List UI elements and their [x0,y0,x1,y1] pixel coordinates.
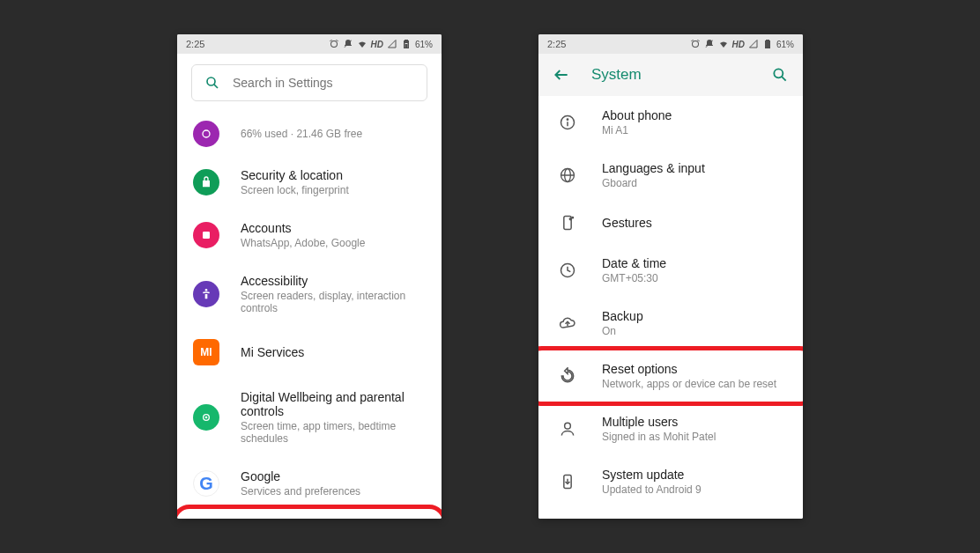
item-subtitle: Signed in as Mohit Patel [602,431,716,443]
svg-line-2 [214,85,218,88]
item-subtitle: WhatsApp, Adobe, Google [241,237,365,249]
item-title: Security & location [241,168,349,182]
item-title: Gestures [602,216,652,230]
item-subtitle: GMT+05:30 [602,272,666,284]
item-subtitle: Screen readers, display, interaction con… [241,290,426,314]
system-item-system-update[interactable]: System update Updated to Android 9 [538,455,803,508]
lock-icon [193,169,219,195]
app-bar: System [538,54,803,96]
settings-item-mi-services[interactable]: MI Mi Services [177,327,442,378]
item-subtitle: On [602,325,643,337]
svg-point-22 [569,218,571,220]
status-bar: 2:25 HD 61% [538,34,803,54]
signal-icon [748,39,759,49]
settings-item-wellbeing[interactable]: Digital Wellbeing and parental controls … [177,378,442,457]
clock-text: 2:25 [186,39,204,49]
status-icons: HD 61% [329,39,433,49]
svg-point-23 [572,218,573,218]
item-title: Digital Wellbeing and parental controls [241,390,426,418]
cloud-backup-icon [554,314,581,332]
globe-icon [554,166,581,184]
item-subtitle: Screen lock, fingerprint [241,184,349,196]
phone-settings-system: 2:25 HD 61% System About phone Mi A1 [538,34,803,519]
item-subtitle: Gboard [602,177,705,189]
settings-item-storage[interactable]: 66% used · 21.46 GB free [177,112,442,156]
settings-item-google[interactable]: G Google Services and preferences [177,457,442,510]
alarm-icon [329,39,339,49]
system-item-languages[interactable]: Languages & input Gboard [538,149,803,202]
storage-icon [193,121,219,147]
search-input[interactable] [233,76,414,90]
svg-point-3 [203,130,210,137]
svg-rect-4 [203,232,210,239]
svg-point-25 [565,423,571,429]
svg-point-1 [207,77,215,85]
item-subtitle: 66% used · 21.46 GB free [241,128,362,140]
svg-point-5 [205,289,208,291]
system-list: About phone Mi A1 Languages & input Gboa… [538,96,803,519]
mi-icon: MI [193,339,219,365]
item-title: Reset options [602,362,776,376]
search-icon[interactable] [771,66,789,84]
alarm-icon [690,39,701,49]
account-icon [193,222,219,248]
svg-rect-0 [405,44,407,48]
wellbeing-icon [193,404,219,431]
system-item-gestures[interactable]: Gestures [538,202,803,244]
settings-list: 66% used · 21.46 GB free Security & loca… [177,112,442,519]
item-title: Backup [602,309,643,323]
search-icon [204,75,220,91]
back-arrow-icon[interactable] [553,66,570,84]
dnd-icon [343,39,353,49]
system-item-reset-options[interactable]: Reset options Network, apps or device ca… [538,350,803,402]
battery-icon [762,39,773,49]
svg-point-13 [774,69,783,77]
dnd-icon [704,39,715,49]
item-subtitle: Screen time, app timers, bedtime schedul… [241,420,426,445]
item-title: Multiple users [602,415,716,429]
hd-label: HD [732,40,745,49]
phone-settings-main: 2:25 HD 61% 66% used · 21.46 GB free [177,34,442,519]
item-title: Accessibility [241,274,426,288]
system-update-icon [554,473,581,490]
settings-item-system[interactable]: System Languages, time, backup, updates [177,510,442,519]
item-title: Accounts [241,221,365,235]
hd-label: HD [371,40,383,49]
svg-rect-11 [766,44,768,48]
item-title: Google [241,469,360,483]
status-icons: HD 61% [690,39,794,49]
item-subtitle: Network, apps or device can be reset [602,378,776,390]
battery-text: 61% [776,40,794,49]
search-box[interactable] [191,64,427,101]
item-title: Date & time [602,256,666,270]
status-bar: 2:25 HD 61% [177,34,442,54]
item-subtitle: Services and preferences [241,485,360,498]
system-item-multiple-users[interactable]: Multiple users Signed in as Mohit Patel [538,402,803,455]
svg-point-7 [205,417,208,419]
settings-item-accounts[interactable]: Accounts WhatsApp, Adobe, Google [177,209,442,262]
clock-text: 2:25 [547,39,566,49]
page-title: System [591,66,750,84]
reset-icon [554,367,581,385]
system-item-date-time[interactable]: Date & time GMT+05:30 [538,244,803,297]
signal-icon [387,39,397,49]
settings-item-security[interactable]: Security & location Screen lock, fingerp… [177,156,442,209]
system-item-about-phone[interactable]: About phone Mi A1 [538,96,803,149]
gestures-icon [554,214,581,232]
wifi-icon [357,39,368,49]
settings-item-accessibility[interactable]: Accessibility Screen readers, display, i… [177,262,442,327]
svg-point-16 [567,119,568,120]
search-container [177,54,442,112]
svg-line-14 [782,77,786,81]
wifi-icon [718,39,729,49]
info-outline-icon [554,114,581,131]
user-icon [554,420,581,438]
item-title: Mi Services [241,345,304,359]
system-item-backup[interactable]: Backup On [538,297,803,350]
item-subtitle: Updated to Android 9 [602,483,702,496]
google-icon: G [193,470,219,497]
item-title: About phone [602,108,672,122]
battery-text: 61% [415,40,433,49]
item-title: Languages & input [602,161,705,175]
accessibility-icon [193,281,219,307]
